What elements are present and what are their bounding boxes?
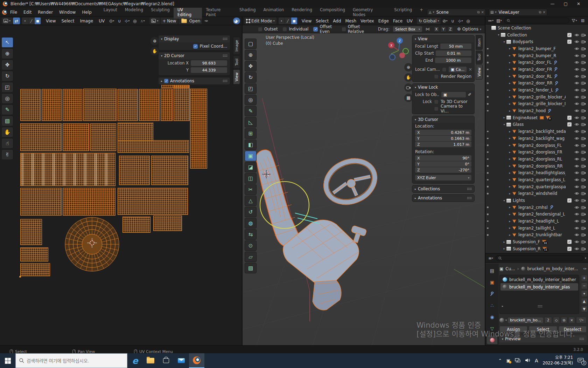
viewport-tool-button[interactable] [245, 151, 257, 161]
disable-render-camera-icon[interactable] [581, 109, 586, 113]
expand-icon[interactable]: ▸ [507, 137, 512, 140]
hide-eye-icon[interactable] [574, 206, 579, 209]
collapse-icon[interactable]: ▾ [496, 33, 501, 36]
uv-island[interactable] [151, 156, 188, 185]
disable-render-camera-icon[interactable] [581, 171, 586, 175]
disable-render-camera-icon[interactable] [581, 206, 586, 209]
disable-render-camera-icon[interactable] [581, 88, 586, 92]
deselect-button[interactable]: Deselect [559, 326, 587, 333]
outliner-row[interactable]: ▸ legran2_fender_L [485, 87, 588, 94]
viewport-tool-button[interactable] [245, 218, 257, 229]
tab-tool[interactable]: ▤ [487, 266, 497, 275]
material-name-field[interactable]: bruckell_m_bo... [508, 318, 543, 323]
hide-eye-icon[interactable] [574, 102, 579, 105]
rotation-mode-dropdown[interactable]: XYZ Euler▾ [415, 175, 471, 180]
drag-handle-icon[interactable] [223, 38, 227, 40]
clip-start-field[interactable]: 0.01 m [436, 50, 471, 56]
taskbar-explorer[interactable] [143, 353, 158, 368]
viewport-tool-button[interactable] [245, 117, 257, 128]
slot-move-up-button[interactable]: ▲ [581, 298, 588, 305]
cursor-rotation-field[interactable]: Z-270° [415, 167, 471, 173]
uv-island[interactable] [118, 188, 188, 215]
outliner-row[interactable]: ▸ legran2_quarterglasspa [485, 183, 588, 190]
disable-render-camera-icon[interactable] [581, 33, 586, 37]
viewport-menu-item[interactable]: Edge [376, 18, 391, 25]
outliner-row[interactable]: ▸ legran2_headlight_L [485, 218, 588, 225]
outliner-row[interactable]: ▾ Collection ✓ [485, 32, 588, 39]
uv-island[interactable] [20, 123, 62, 151]
tray-sync-icon[interactable]: ▣ [506, 358, 510, 363]
outliner-row[interactable]: ▸ legran2_grille_blocker_I [485, 101, 588, 108]
uv-select-edge[interactable]: ╱ [28, 18, 35, 24]
tray-chevron-icon[interactable]: ⌃ [498, 358, 502, 363]
unlink-icon[interactable]: × [481, 10, 484, 14]
proportional-edit-toggle[interactable]: ◎ [131, 18, 138, 24]
uv-island[interactable] [161, 89, 173, 121]
tool-setting-checkbox[interactable]: ✓ Offset Even [313, 24, 336, 34]
vertex-select[interactable]: • [279, 18, 285, 24]
snap-magnet-icon[interactable]: ∪ [449, 18, 456, 24]
expand-icon[interactable]: ▸ [507, 61, 512, 64]
cursor-location-field[interactable]: X0.4267 m [415, 130, 471, 135]
outliner-row[interactable]: ▸ legran2_hood [485, 107, 588, 114]
hide-eye-icon[interactable] [574, 192, 579, 195]
viewport-tool-button[interactable] [245, 95, 257, 105]
minimize-button[interactable]: — [551, 1, 555, 6]
add-slot-button[interactable]: + [581, 275, 588, 281]
outliner-row[interactable]: ▸ legran2_quarterglass_L [485, 176, 588, 183]
hide-eye-icon[interactable] [574, 226, 579, 230]
viewport-tool-button[interactable] [245, 83, 257, 94]
taskbar-edge[interactable]: e [127, 353, 143, 368]
uv-island[interactable] [20, 219, 42, 245]
editor-type-button[interactable]: ▾ [2, 18, 12, 24]
disable-render-camera-icon[interactable] [581, 157, 586, 161]
transform-orientation[interactable]: ↻ Global▾ [417, 18, 441, 24]
viewport-tool-button[interactable] [245, 252, 257, 262]
disable-render-camera-icon[interactable] [581, 219, 586, 223]
disable-render-camera-icon[interactable] [581, 144, 586, 147]
properties-search[interactable] [496, 255, 583, 261]
outliner-row[interactable]: ▸ Suspension_F 10 ✓ [485, 238, 588, 245]
tab-physics[interactable]: ◉ [487, 313, 497, 321]
new-collection-icon[interactable]: ⊞ [579, 17, 586, 24]
display-channels-button[interactable]: ◕▾ [233, 18, 240, 24]
taskbar-search-input[interactable] [27, 358, 124, 363]
expand-icon[interactable]: ▸ [507, 220, 512, 223]
uv-island[interactable] [20, 188, 62, 216]
uv-island[interactable] [118, 89, 138, 121]
maximize-button[interactable]: ▢ [564, 1, 568, 6]
expand-icon[interactable]: ▸ [507, 185, 512, 188]
camera-field[interactable]: ▣ Ca... [449, 67, 467, 72]
local-camera-checkbox[interactable] [442, 67, 447, 72]
hide-eye-icon[interactable] [574, 185, 579, 189]
users-count[interactable]: 2 [544, 317, 552, 323]
node-tree-icon[interactable]: ▽▾ [576, 317, 587, 323]
annotations-checkbox[interactable]: ✓ [164, 79, 168, 83]
hide-eye-icon[interactable] [574, 47, 579, 50]
blender-menu-icon[interactable] [2, 10, 7, 15]
disable-render-camera-icon[interactable] [581, 75, 586, 78]
disable-render-camera-icon[interactable] [581, 226, 586, 230]
outliner-display-mode[interactable]: ≔▾ [487, 17, 494, 24]
disable-render-camera-icon[interactable] [581, 102, 586, 105]
expand-icon[interactable]: ▸ [507, 226, 512, 230]
exclude-checkbox[interactable]: ✓ [567, 33, 572, 37]
sidebar-tab[interactable]: Item [476, 35, 483, 50]
remove-slot-button[interactable]: − [581, 282, 588, 289]
proportional-falloff-button[interactable]: ∧▾ [139, 18, 146, 24]
outliner-row[interactable]: ▸ legran2_headlightglass_ [485, 169, 588, 176]
tab-particles[interactable]: ∴ [487, 301, 497, 309]
outliner-row[interactable]: ▸ Suspension_R 11 ✓ [485, 245, 588, 252]
viewport-tool-button[interactable] [245, 61, 257, 71]
uv-tool-button[interactable] [1, 71, 13, 81]
properties-editor-icon[interactable]: ≡▾ [487, 255, 494, 261]
outliner-row[interactable]: ▾ Lights ✓ [485, 197, 588, 204]
uv-select-vertex[interactable]: • [22, 18, 28, 24]
uv-island[interactable] [20, 89, 41, 121]
viewport-menu-item[interactable]: Mesh [343, 18, 359, 25]
scene-selector[interactable]: ◬▾ Scene ⧉× [427, 9, 486, 16]
viewport-menu-item[interactable]: Select [314, 18, 331, 25]
exclude-checkbox[interactable]: ✓ [567, 198, 572, 203]
expand-icon[interactable]: ▸ [502, 247, 506, 250]
viewport-tool-button[interactable] [245, 229, 257, 240]
